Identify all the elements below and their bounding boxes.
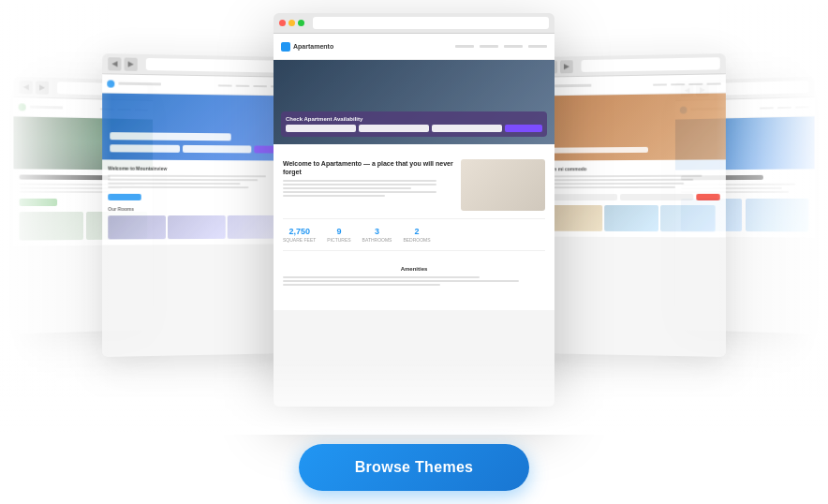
col2 xyxy=(604,205,658,231)
wl1 xyxy=(283,180,436,182)
ocean-img2 xyxy=(746,199,808,232)
browse-themes-button[interactable]: Browse Themes xyxy=(299,444,530,491)
stat-label-pictures: PICTURES xyxy=(327,237,350,243)
cta-left xyxy=(108,194,141,200)
content-right xyxy=(544,175,719,189)
hero-right xyxy=(540,94,726,161)
nav-back-left: ◀ xyxy=(108,57,121,70)
btn-min-center xyxy=(288,20,295,26)
rl3 xyxy=(544,183,684,185)
url-bar-right xyxy=(582,57,720,72)
cta-far-left xyxy=(20,199,58,206)
book-input1-left xyxy=(110,144,180,153)
logo-text-left xyxy=(118,82,161,86)
guests-input xyxy=(432,125,502,132)
welcome-sofa-section: Welcome to Apartamento — a place that yo… xyxy=(283,159,545,211)
body-left: Welcome to Mountainview Our Rooms xyxy=(102,159,288,245)
logo-text-center: Apartamento xyxy=(293,43,333,50)
three-col-right xyxy=(544,205,719,231)
welcome-text-center: Welcome to Apartamento — a place that yo… xyxy=(283,159,453,211)
btn-close-center xyxy=(279,20,286,26)
nav-item-3 xyxy=(504,45,523,48)
logo-dot-far-left xyxy=(19,103,26,111)
hero-title-right xyxy=(546,147,648,154)
url-bar-far-right xyxy=(717,81,808,96)
hotel-input2 xyxy=(620,194,694,200)
hotel-btn-right xyxy=(696,194,719,200)
l3 xyxy=(108,183,240,185)
site-content-right: audin mi commodo xyxy=(540,74,726,237)
welcome-right: audin mi commodo xyxy=(544,166,719,172)
sofa-image xyxy=(461,159,545,211)
stat-bedrooms: 2 BEDROOMS xyxy=(403,227,430,243)
stat-number-bathrooms: 3 xyxy=(362,227,392,236)
room1 xyxy=(108,215,166,239)
site-header-center: Apartamento xyxy=(274,34,554,60)
grid-img-1 xyxy=(20,212,83,241)
nav-item-2 xyxy=(480,45,498,48)
logo-dot-left xyxy=(107,80,114,87)
hero-title-left xyxy=(110,132,230,141)
check-out-input xyxy=(359,125,429,132)
stat-sqft: 2,750 SQUARE FEET xyxy=(283,227,316,243)
col3 xyxy=(660,205,716,231)
book-form-left xyxy=(110,144,281,153)
wl2 xyxy=(283,184,436,185)
line3 xyxy=(20,191,111,193)
stats-row-center: 2,750 SQUARE FEET 9 PICTURES 3 BATHROOMS… xyxy=(283,218,545,251)
hero-content-right xyxy=(546,146,717,153)
nav-fwd-left: ▶ xyxy=(125,57,138,70)
welcome-left: Welcome to Mountainview xyxy=(108,166,283,172)
stat-label-sqft: SQUARE FEET xyxy=(283,237,316,243)
amenities-title: Amenities xyxy=(283,266,545,272)
logo-text-right xyxy=(554,84,591,88)
al2 xyxy=(283,280,519,282)
stat-label-bathrooms: BATHROOMS xyxy=(362,237,392,243)
stat-bathrooms: 3 BATHROOMS xyxy=(362,227,392,243)
site-nav-center xyxy=(455,45,547,48)
room2 xyxy=(168,215,225,239)
welcome-content-center xyxy=(283,180,453,197)
hotel-input1 xyxy=(544,194,616,200)
check-in-input xyxy=(286,125,356,132)
al1 xyxy=(283,276,480,278)
stat-pictures: 9 PICTURES xyxy=(327,227,350,243)
welcome-title-center: Welcome to Apartamento — a place that yo… xyxy=(283,159,453,176)
l1 xyxy=(108,175,266,178)
wl3 xyxy=(283,187,411,189)
l2 xyxy=(108,179,258,182)
al3 xyxy=(283,284,440,286)
nav-item-1 xyxy=(455,45,474,48)
site-body-center: Welcome to Apartamento — a place that yo… xyxy=(274,144,554,310)
stat-label-bedrooms: BEDROOMS xyxy=(403,237,430,243)
rl1 xyxy=(544,175,702,178)
reviews-label-left: Our Rooms xyxy=(108,206,283,212)
wl4 xyxy=(283,191,436,193)
browser-bar-center xyxy=(274,13,554,34)
search-btn-center xyxy=(505,125,542,132)
btn-max-center xyxy=(298,20,304,26)
logo-text-far-left xyxy=(30,106,63,110)
title-far-left xyxy=(20,174,111,180)
nav-back-far-left: ◀ xyxy=(20,80,33,94)
amenities-section: Amenities xyxy=(283,259,545,301)
nav-item-4 xyxy=(528,45,547,48)
site-content-left: Welcome to Mountainview Our Rooms xyxy=(102,74,288,245)
rl4 xyxy=(544,186,675,188)
browser-right: ◀ ▶ audin mi commodo xyxy=(540,53,726,357)
rl2 xyxy=(544,179,693,182)
hero-left xyxy=(102,94,288,161)
nav-far-right xyxy=(760,106,810,109)
nav-right xyxy=(653,82,721,85)
wl5 xyxy=(283,195,385,197)
booking-widget-center: Check Apartment Availability xyxy=(281,111,547,137)
nav-fwd-far-left: ▶ xyxy=(36,81,49,95)
stat-number-bedrooms: 2 xyxy=(403,227,430,236)
browser-left: ◀ ▶ xyxy=(102,53,288,357)
hotel-form-right xyxy=(544,194,719,200)
site-hero-center: Check Apartment Availability xyxy=(274,60,554,144)
stat-number-pictures: 9 xyxy=(327,227,350,236)
nav-fwd-right: ▶ xyxy=(560,60,573,73)
l4 xyxy=(108,186,249,188)
site-content-center: Apartamento Check Apartment Availability xyxy=(274,34,554,310)
